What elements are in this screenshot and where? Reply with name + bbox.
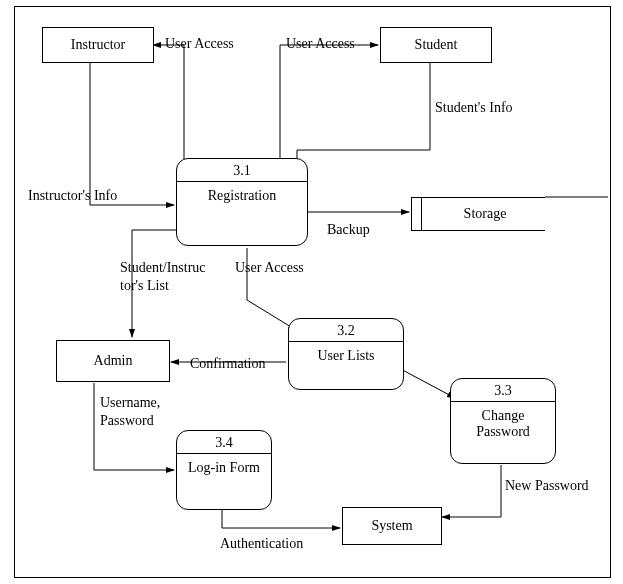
flow-label-student-instructor-list: tor's List: [120, 278, 169, 294]
process-login-form: 3.4 Log-in Form: [176, 430, 272, 510]
process-number: 3.3: [451, 379, 555, 401]
entity-label: Instructor: [71, 37, 125, 53]
arrows-layer: [0, 0, 623, 584]
entity-student: Student: [380, 27, 492, 63]
flow-label-confirmation: Confirmation: [190, 356, 265, 372]
process-change-password: 3.3 Change Password: [450, 378, 556, 464]
process-name: Change Password: [451, 402, 555, 444]
flow-label-user-access: User Access: [165, 36, 234, 52]
datastore-label: Storage: [411, 206, 545, 222]
flow-label-instructors-info: Instructor's Info: [28, 188, 117, 204]
entity-instructor: Instructor: [42, 27, 154, 63]
flow-label-backup: Backup: [327, 222, 370, 238]
flow-label-authentication: Authentication: [220, 536, 303, 552]
entity-system: System: [342, 507, 442, 545]
process-name: Registration: [177, 182, 307, 208]
flow-label-user-access: User Access: [286, 36, 355, 52]
flow-label-username-password: Username,: [100, 395, 160, 411]
process-number: 3.4: [177, 431, 271, 453]
entity-label: Admin: [94, 353, 133, 369]
process-registration: 3.1 Registration: [176, 158, 308, 246]
entity-admin: Admin: [56, 340, 170, 382]
process-name: User Lists: [289, 342, 403, 368]
flow-label-students-info: Student's Info: [435, 100, 513, 116]
datastore-storage: Storage: [411, 197, 545, 231]
process-name: Log-in Form: [177, 454, 271, 480]
flow-label-user-access: User Access: [235, 260, 304, 276]
process-number: 3.2: [289, 319, 403, 341]
entity-label: Student: [415, 37, 458, 53]
flow-label-username-password: Password: [100, 413, 154, 429]
flow-label-student-instructor-list: Student/Instruc: [120, 260, 206, 276]
process-user-lists: 3.2 User Lists: [288, 318, 404, 390]
flow-label-new-password: New Password: [505, 478, 589, 494]
entity-label: System: [371, 518, 412, 534]
process-number: 3.1: [177, 159, 307, 181]
